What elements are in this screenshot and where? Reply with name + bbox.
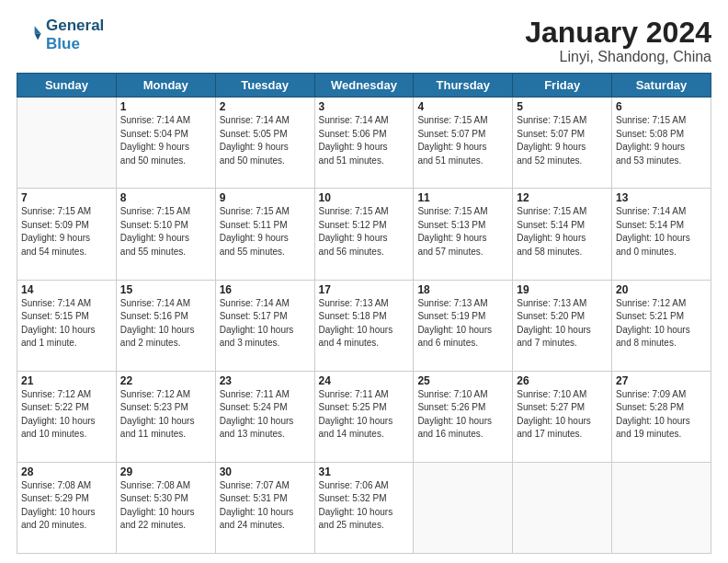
day-info: Sunrise: 7:14 AM Sunset: 5:15 PM Dayligh…: [21, 297, 112, 350]
day-number: 13: [616, 191, 707, 204]
day-number: 14: [21, 283, 112, 296]
svg-marker-1: [35, 34, 41, 40]
col-friday: Friday: [513, 74, 612, 98]
calendar-cell: 18Sunrise: 7:13 AM Sunset: 5:19 PM Dayli…: [414, 280, 513, 371]
day-number: 30: [220, 465, 311, 478]
calendar-cell: 16Sunrise: 7:14 AM Sunset: 5:17 PM Dayli…: [215, 280, 314, 371]
page: General Blue January 2024 Linyi, Shandon…: [0, 0, 728, 563]
col-wednesday: Wednesday: [314, 74, 414, 98]
day-number: 16: [220, 283, 311, 296]
calendar-cell: 6Sunrise: 7:15 AM Sunset: 5:08 PM Daylig…: [612, 98, 711, 189]
day-number: 2: [220, 100, 311, 113]
calendar-cell: 7Sunrise: 7:15 AM Sunset: 5:09 PM Daylig…: [17, 189, 117, 280]
day-number: 23: [220, 374, 311, 387]
day-number: 21: [21, 374, 112, 387]
day-number: 6: [616, 100, 707, 113]
calendar-cell: 3Sunrise: 7:14 AM Sunset: 5:06 PM Daylig…: [314, 98, 414, 189]
day-info: Sunrise: 7:14 AM Sunset: 5:06 PM Dayligh…: [319, 114, 410, 167]
calendar-week-row: 14Sunrise: 7:14 AM Sunset: 5:15 PM Dayli…: [17, 280, 711, 371]
calendar-table: Sunday Monday Tuesday Wednesday Thursday…: [17, 73, 711, 554]
day-info: Sunrise: 7:14 AM Sunset: 5:17 PM Dayligh…: [220, 297, 311, 350]
logo: General Blue: [17, 17, 104, 53]
day-info: Sunrise: 7:15 AM Sunset: 5:10 PM Dayligh…: [120, 205, 211, 259]
calendar-cell: [612, 462, 711, 553]
day-number: 19: [517, 283, 608, 296]
calendar-cell: 5Sunrise: 7:15 AM Sunset: 5:07 PM Daylig…: [513, 98, 612, 189]
col-sunday: Sunday: [17, 74, 117, 98]
day-number: 26: [517, 374, 608, 387]
day-number: 27: [616, 374, 707, 387]
main-title: January 2024: [525, 17, 711, 49]
calendar-cell: 15Sunrise: 7:14 AM Sunset: 5:16 PM Dayli…: [116, 280, 215, 371]
day-info: Sunrise: 7:11 AM Sunset: 5:25 PM Dayligh…: [319, 388, 410, 442]
col-monday: Monday: [116, 74, 215, 98]
calendar-cell: 28Sunrise: 7:08 AM Sunset: 5:29 PM Dayli…: [17, 462, 117, 553]
day-number: 15: [120, 283, 211, 296]
day-number: 22: [120, 374, 211, 387]
day-info: Sunrise: 7:13 AM Sunset: 5:20 PM Dayligh…: [517, 297, 608, 350]
day-info: Sunrise: 7:11 AM Sunset: 5:24 PM Dayligh…: [220, 388, 311, 442]
calendar-cell: 4Sunrise: 7:15 AM Sunset: 5:07 PM Daylig…: [414, 98, 513, 189]
col-thursday: Thursday: [414, 74, 513, 98]
calendar-cell: 10Sunrise: 7:15 AM Sunset: 5:12 PM Dayli…: [314, 189, 414, 280]
day-number: 20: [616, 283, 707, 296]
day-number: 8: [120, 191, 211, 204]
day-info: Sunrise: 7:14 AM Sunset: 5:04 PM Dayligh…: [120, 114, 211, 167]
day-number: 11: [417, 191, 508, 204]
day-number: 31: [319, 465, 410, 478]
calendar-cell: 30Sunrise: 7:07 AM Sunset: 5:31 PM Dayli…: [215, 462, 314, 553]
calendar-week-row: 7Sunrise: 7:15 AM Sunset: 5:09 PM Daylig…: [17, 189, 711, 280]
day-info: Sunrise: 7:12 AM Sunset: 5:23 PM Dayligh…: [120, 388, 211, 442]
day-number: 28: [21, 465, 112, 478]
day-info: Sunrise: 7:12 AM Sunset: 5:22 PM Dayligh…: [21, 388, 112, 442]
calendar-cell: 1Sunrise: 7:14 AM Sunset: 5:04 PM Daylig…: [116, 98, 215, 189]
day-info: Sunrise: 7:14 AM Sunset: 5:16 PM Dayligh…: [120, 297, 211, 350]
calendar-cell: 11Sunrise: 7:15 AM Sunset: 5:13 PM Dayli…: [414, 189, 513, 280]
calendar-cell: 9Sunrise: 7:15 AM Sunset: 5:11 PM Daylig…: [215, 189, 314, 280]
day-number: 1: [120, 100, 211, 113]
calendar-cell: [17, 98, 117, 189]
day-info: Sunrise: 7:10 AM Sunset: 5:27 PM Dayligh…: [517, 388, 608, 442]
day-info: Sunrise: 7:15 AM Sunset: 5:08 PM Dayligh…: [616, 114, 707, 167]
calendar-cell: 21Sunrise: 7:12 AM Sunset: 5:22 PM Dayli…: [17, 371, 117, 462]
day-info: Sunrise: 7:12 AM Sunset: 5:21 PM Dayligh…: [616, 297, 707, 350]
calendar-cell: 2Sunrise: 7:14 AM Sunset: 5:05 PM Daylig…: [215, 98, 314, 189]
calendar-cell: 29Sunrise: 7:08 AM Sunset: 5:30 PM Dayli…: [116, 462, 215, 553]
day-number: 7: [21, 191, 112, 204]
calendar-week-row: 21Sunrise: 7:12 AM Sunset: 5:22 PM Dayli…: [17, 371, 711, 462]
calendar-cell: 31Sunrise: 7:06 AM Sunset: 5:32 PM Dayli…: [314, 462, 414, 553]
calendar-week-row: 28Sunrise: 7:08 AM Sunset: 5:29 PM Dayli…: [17, 462, 711, 553]
calendar-body: 1Sunrise: 7:14 AM Sunset: 5:04 PM Daylig…: [17, 98, 711, 554]
calendar-cell: 8Sunrise: 7:15 AM Sunset: 5:10 PM Daylig…: [116, 189, 215, 280]
calendar-cell: 24Sunrise: 7:11 AM Sunset: 5:25 PM Dayli…: [314, 371, 414, 462]
calendar-week-row: 1Sunrise: 7:14 AM Sunset: 5:04 PM Daylig…: [17, 98, 711, 189]
calendar-cell: 12Sunrise: 7:15 AM Sunset: 5:14 PM Dayli…: [513, 189, 612, 280]
calendar-cell: 13Sunrise: 7:14 AM Sunset: 5:14 PM Dayli…: [612, 189, 711, 280]
day-number: 5: [517, 100, 608, 113]
calendar-cell: [513, 462, 612, 553]
day-number: 29: [120, 465, 211, 478]
logo-text: General Blue: [46, 17, 104, 53]
calendar-header-row: Sunday Monday Tuesday Wednesday Thursday…: [17, 74, 711, 98]
calendar-cell: 19Sunrise: 7:13 AM Sunset: 5:20 PM Dayli…: [513, 280, 612, 371]
day-number: 12: [517, 191, 608, 204]
col-saturday: Saturday: [612, 74, 711, 98]
svg-marker-0: [35, 26, 41, 33]
calendar-cell: 26Sunrise: 7:10 AM Sunset: 5:27 PM Dayli…: [513, 371, 612, 462]
calendar-cell: 25Sunrise: 7:10 AM Sunset: 5:26 PM Dayli…: [414, 371, 513, 462]
day-info: Sunrise: 7:07 AM Sunset: 5:31 PM Dayligh…: [220, 479, 311, 533]
calendar-cell: 23Sunrise: 7:11 AM Sunset: 5:24 PM Dayli…: [215, 371, 314, 462]
day-info: Sunrise: 7:10 AM Sunset: 5:26 PM Dayligh…: [417, 388, 508, 442]
day-info: Sunrise: 7:13 AM Sunset: 5:19 PM Dayligh…: [417, 297, 508, 350]
logo-icon: [17, 22, 42, 48]
day-info: Sunrise: 7:13 AM Sunset: 5:18 PM Dayligh…: [319, 297, 410, 350]
day-number: 10: [319, 191, 410, 204]
calendar-cell: 20Sunrise: 7:12 AM Sunset: 5:21 PM Dayli…: [612, 280, 711, 371]
day-number: 18: [417, 283, 508, 296]
calendar-cell: 22Sunrise: 7:12 AM Sunset: 5:23 PM Dayli…: [116, 371, 215, 462]
day-info: Sunrise: 7:15 AM Sunset: 5:12 PM Dayligh…: [319, 205, 410, 259]
col-tuesday: Tuesday: [215, 74, 314, 98]
day-number: 17: [319, 283, 410, 296]
title-block: January 2024 Linyi, Shandong, China: [525, 17, 711, 65]
day-info: Sunrise: 7:15 AM Sunset: 5:07 PM Dayligh…: [517, 114, 608, 167]
